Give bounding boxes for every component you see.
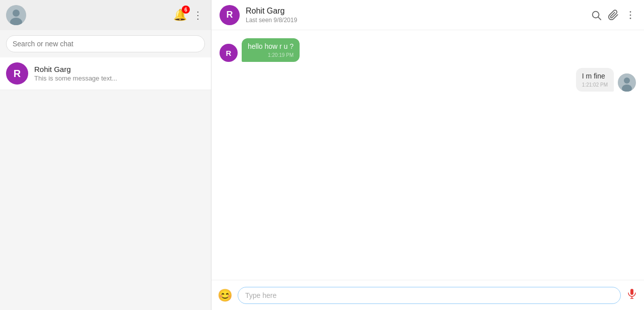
emoji-button[interactable]: 😊 <box>218 288 233 302</box>
notification-button[interactable]: 🔔 6 <box>173 9 187 22</box>
more-options-icon[interactable] <box>625 10 636 21</box>
chat-list-item[interactable]: R Rohit Garg This is some message text..… <box>0 57 211 90</box>
svg-point-6 <box>630 14 631 16</box>
svg-point-9 <box>624 78 630 84</box>
svg-rect-11 <box>630 289 633 295</box>
message-text: I m fine <box>582 72 608 80</box>
microphone-button[interactable] <box>626 288 638 303</box>
chat-header: R Rohit Garg Last seen 9/8/2019 <box>211 0 644 30</box>
contact-name: Rohit Garg <box>34 65 205 73</box>
message-time: 1:21:02 PM <box>582 82 608 88</box>
message-row-outgoing: I m fine 1:21:02 PM <box>220 68 636 92</box>
svg-line-4 <box>598 17 601 20</box>
self-avatar-message <box>618 73 636 92</box>
chat-header-actions <box>591 10 636 21</box>
search-input[interactable] <box>6 35 205 52</box>
message-time: 1:20:19 PM <box>248 52 294 58</box>
svg-point-5 <box>630 11 631 13</box>
attachment-icon[interactable] <box>608 10 619 21</box>
sidebar-more-button[interactable]: ⋮ <box>191 7 205 23</box>
search-container <box>0 30 211 57</box>
message-bubble-incoming: hello how r u ? 1:20:19 PM <box>242 38 300 62</box>
chat-info: Rohit Garg This is some message text... <box>34 65 205 82</box>
contact-avatar: R <box>6 62 28 85</box>
message-text: hello how r u ? <box>248 42 294 50</box>
sidebar-header: 🔔 6 ⋮ <box>0 0 211 30</box>
self-avatar[interactable] <box>6 5 26 25</box>
chat-last-seen: Last seen 9/8/2019 <box>246 17 591 24</box>
chat-list: R Rohit Garg This is some message text..… <box>0 57 211 310</box>
chat-preview: This is some message text... <box>34 74 205 82</box>
chat-header-avatar: R <box>220 5 240 25</box>
sidebar: 🔔 6 ⋮ R Rohit Garg This is some message … <box>0 0 211 310</box>
svg-point-1 <box>13 10 20 17</box>
chat-main: R Rohit Garg Last seen 9/8/2019 <box>211 0 644 310</box>
chat-contact-name: Rohit Garg <box>246 7 591 16</box>
sender-avatar: R <box>220 44 238 62</box>
input-area: 😊 <box>211 280 644 310</box>
search-icon[interactable] <box>591 10 602 21</box>
notification-badge: 6 <box>182 6 190 14</box>
messages-area[interactable]: R hello how r u ? 1:20:19 PM I m fine 1:… <box>211 30 644 280</box>
svg-point-7 <box>630 18 631 19</box>
message-row-incoming: R hello how r u ? 1:20:19 PM <box>220 38 636 62</box>
message-input[interactable] <box>238 287 621 304</box>
sidebar-header-icons: 🔔 6 ⋮ <box>173 7 205 23</box>
chat-header-info: Rohit Garg Last seen 9/8/2019 <box>246 7 591 24</box>
message-bubble-outgoing: I m fine 1:21:02 PM <box>576 68 614 92</box>
